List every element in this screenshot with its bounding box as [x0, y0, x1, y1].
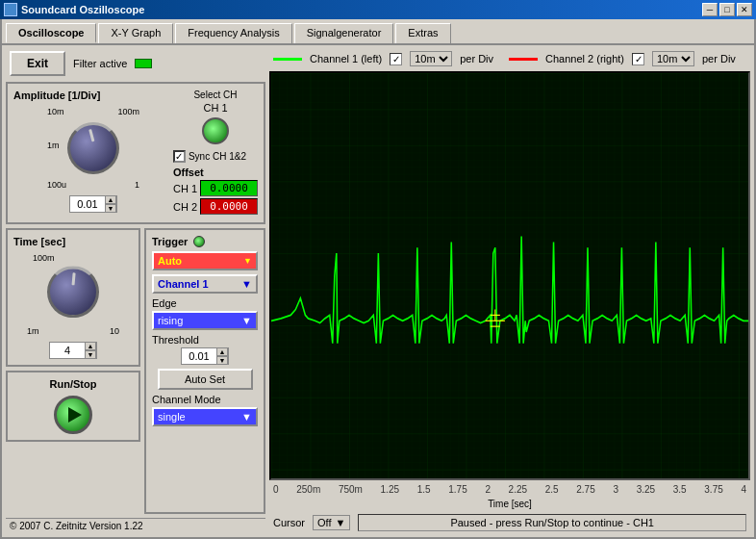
amplitude-spinbox[interactable]: 0.01 ▲ ▼ — [69, 195, 117, 213]
time-label-0: 0 — [273, 484, 279, 495]
time-spinbox[interactable]: 4 ▲ ▼ — [49, 342, 97, 359]
time-label-250m: 250m — [296, 484, 320, 495]
tab-xy-graph[interactable]: X-Y Graph — [98, 23, 173, 43]
sync-label: Sync CH 1&2 — [189, 151, 246, 162]
offset-ch2-display[interactable]: 0.0000 — [200, 198, 258, 215]
time-axis-title: Time [sec] — [269, 499, 750, 509]
filter-indicator — [135, 59, 152, 68]
oscilloscope-display[interactable] — [269, 71, 750, 480]
time-label-175: 1.75 — [448, 484, 466, 495]
amp-label-tr: 100m — [117, 107, 139, 116]
channel-mode-dropdown[interactable]: single ▼ — [152, 407, 258, 426]
time-axis: 0 250m 750m 1.25 1.5 1.75 2 2.25 2.5 2.7… — [269, 483, 750, 496]
select-ch-label: Select CH — [173, 90, 258, 100]
right-panel: Channel 1 (left) ✓ 10m per Div Channel 2… — [269, 49, 750, 533]
threshold-up[interactable]: ▲ — [216, 347, 228, 356]
time-label-br: 10 — [110, 326, 119, 336]
amplitude-spinbox-up[interactable]: ▲ — [105, 195, 116, 204]
select-ch-area: Select CH CH 1 ✓ Sync CH 1&2 Offset C — [173, 90, 258, 217]
channel-mode-arrow: ▼ — [241, 411, 252, 423]
amplitude-title: Amplitude [1/Div] — [13, 90, 173, 101]
per-div-label2: per Div — [702, 53, 736, 64]
trigger-edge-dropdown[interactable]: rising ▼ — [152, 311, 258, 330]
time-section: Time [sec] 100m 1m 10 — [6, 228, 140, 367]
top-controls: Exit Filter active — [6, 49, 265, 78]
amplitude-knob[interactable] — [67, 122, 119, 174]
ch1-label: CH 1 — [173, 102, 258, 114]
exit-button[interactable]: Exit — [10, 51, 65, 76]
time-spinbox-down[interactable]: ▼ — [85, 350, 96, 359]
tab-extras[interactable]: Extras — [395, 23, 450, 43]
copyright: © 2007 C. Zeitnitz Version 1.22 — [6, 518, 265, 533]
cursor-arrow: ▼ — [336, 517, 346, 528]
ch1-indicator — [202, 117, 229, 144]
edge-label: Edge — [152, 297, 258, 309]
sync-checkbox[interactable]: ✓ — [173, 150, 186, 163]
time-title: Time [sec] — [13, 236, 133, 247]
single-label: single — [158, 411, 186, 423]
time-label-125: 1.25 — [381, 484, 399, 495]
ch1-per-div-select[interactable]: 10m — [410, 51, 452, 66]
trigger-auto-label: Auto — [158, 255, 182, 267]
channel-mode-label: Channel Mode — [152, 394, 258, 405]
time-label-bl: 1m — [27, 326, 39, 336]
cursor-label: Cursor — [273, 517, 305, 528]
threshold-down[interactable]: ▼ — [216, 356, 228, 365]
ch2-per-div-select[interactable]: 10m — [652, 51, 694, 66]
close-button[interactable]: ✕ — [737, 3, 752, 16]
tab-signal[interactable]: Signalgenerator — [294, 23, 394, 43]
filter-label: Filter active — [73, 58, 127, 69]
time-spinbox-up[interactable]: ▲ — [85, 342, 96, 350]
maximize-button[interactable]: □ — [719, 3, 735, 16]
time-label-375: 3.75 — [704, 484, 722, 495]
time-label-275: 2.75 — [576, 484, 594, 495]
status-display: Paused - press Run/Stop to continue - CH… — [358, 514, 746, 531]
time-label-25: 2.5 — [545, 484, 559, 495]
amp-label-bl: 100u — [47, 180, 66, 190]
tab-oscilloscope[interactable]: Oscilloscope — [6, 23, 96, 43]
offset-ch2-label: CH 2 — [173, 201, 197, 213]
trigger-channel-dropdown[interactable]: Channel 1 ▼ — [152, 274, 258, 294]
ch2-label: Channel 2 (right) — [545, 53, 624, 64]
threshold-value: 0.01 — [182, 350, 216, 362]
threshold-spinbox[interactable]: 0.01 ▲ ▼ — [181, 347, 229, 365]
app-icon — [4, 3, 17, 16]
ch2-checkbox[interactable]: ✓ — [632, 53, 644, 65]
minimize-button[interactable]: ─ — [702, 3, 718, 16]
channel-controls: Channel 1 (left) ✓ 10m per Div Channel 2… — [269, 49, 750, 68]
tab-bar: Oscilloscope X-Y Graph Frequency Analysi… — [2, 19, 754, 45]
rising-label: rising — [158, 315, 183, 326]
time-label-3: 3 — [613, 484, 618, 495]
time-spinbox-value: 4 — [50, 345, 85, 356]
time-label-tl: 100m — [33, 253, 55, 263]
offset-ch1-label: CH 1 — [173, 183, 197, 194]
amplitude-spinbox-value: 0.01 — [70, 198, 105, 210]
ch1-label: Channel 1 (left) — [310, 53, 382, 64]
ch1-line-icon — [273, 58, 302, 61]
offset-ch1-display[interactable]: 0.0000 — [200, 180, 258, 196]
trigger-title-label: Trigger — [152, 236, 188, 247]
app-title: Soundcard Oszilloscope — [21, 4, 144, 15]
time-label-325: 3.25 — [637, 484, 655, 495]
trigger-channel-label: Channel 1 — [158, 278, 209, 290]
trigger-header: Trigger — [152, 236, 258, 247]
amplitude-spinbox-down[interactable]: ▼ — [105, 204, 116, 213]
amp-label-ml: 1m — [47, 141, 60, 150]
left-bottom: Time [sec] 100m 1m 10 — [6, 228, 265, 514]
tab-frequency[interactable]: Frequency Analysis — [175, 23, 291, 43]
title-bar: Soundcard Oszilloscope ─ □ ✕ — [0, 0, 756, 19]
auto-set-button[interactable]: Auto Set — [158, 369, 253, 390]
trigger-mode-arrow: ▼ — [243, 256, 252, 266]
trigger-mode-dropdown[interactable]: Auto ▼ — [152, 251, 258, 270]
time-label-750m: 750m — [339, 484, 363, 495]
time-label-225: 2.25 — [509, 484, 527, 495]
run-stop-button[interactable] — [54, 396, 92, 434]
time-label-15: 1.5 — [417, 484, 431, 495]
main-window: Oscilloscope X-Y Graph Frequency Analysi… — [0, 19, 756, 539]
time-knob[interactable] — [47, 266, 99, 318]
threshold-label: Threshold — [152, 334, 258, 346]
trigger-section: Trigger Auto ▼ Channel 1 ▼ Edge — [144, 228, 265, 514]
ch1-checkbox[interactable]: ✓ — [390, 53, 402, 65]
left-panel: Exit Filter active Amplitude [1/Div] 10m… — [6, 49, 265, 533]
cursor-dropdown[interactable]: Off ▼ — [313, 515, 350, 530]
